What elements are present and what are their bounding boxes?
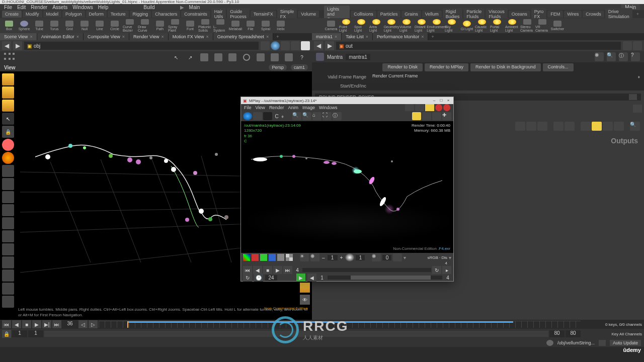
camera-selector[interactable]: cam1	[291, 64, 308, 70]
rgb-icon[interactable]	[243, 254, 250, 261]
wire-icon[interactable]	[281, 41, 290, 50]
shelf-tab[interactable]: Oceans	[509, 11, 530, 18]
main-take-label[interactable]: Main	[189, 5, 200, 10]
smooth-icon[interactable]	[301, 41, 310, 50]
tool-spray-paint[interactable]: Spray Paint	[168, 19, 182, 32]
range-end-field[interactable]: 80	[566, 330, 581, 337]
stop-icon[interactable]: ■	[22, 320, 31, 328]
first-frame-icon[interactable]: ⏮	[2, 320, 11, 328]
pin-icon[interactable]	[261, 41, 270, 50]
gear-icon[interactable]: ❋	[595, 52, 604, 61]
tool-spiral[interactable]: Spiral	[259, 19, 273, 32]
tool-point-light[interactable]: Point Light	[339, 19, 353, 32]
auto-update-button[interactable]: Auto Update	[610, 340, 641, 346]
tool-volume-light[interactable]: Volume Light	[399, 19, 414, 32]
eye-icon[interactable]: 👁	[300, 295, 310, 305]
tool-portal-light[interactable]: Portal Light	[490, 19, 504, 32]
contrast-field[interactable]: 1	[356, 255, 365, 260]
exposure-field[interactable]: 0	[382, 255, 391, 260]
pane-tab[interactable]: Geometry Spreadsheet×	[213, 33, 273, 40]
pin-icon[interactable]	[629, 94, 637, 100]
contrast-icon[interactable]	[345, 253, 354, 261]
pane-tab[interactable]: Take List×	[342, 33, 373, 40]
gamma-icon[interactable]: ❋	[310, 253, 319, 261]
menu-assets[interactable]: Assets	[52, 5, 67, 10]
checker-icon[interactable]	[286, 254, 293, 261]
tool-file[interactable]: File	[244, 19, 258, 32]
fps-field[interactable]: 24	[265, 275, 277, 281]
menu-icon[interactable]: ▸	[442, 266, 451, 274]
pane-tab[interactable]: Performance Monitor×	[373, 33, 428, 40]
grid-icon[interactable]	[553, 122, 564, 131]
search-icon[interactable]: 🔍	[630, 122, 640, 131]
shelf-tab[interactable]: Characters	[152, 11, 180, 18]
shelf-tab[interactable]: Model	[43, 11, 62, 18]
tool-box[interactable]: Box	[2, 19, 16, 32]
search-icon[interactable]: 🔍	[607, 52, 616, 61]
menu-windows[interactable]: Windows	[72, 5, 93, 10]
display-mode-icon[interactable]	[300, 283, 310, 293]
tool-spot-light[interactable]: Spot Light	[354, 19, 368, 32]
tool-ambient-light[interactable]: Ambient Light	[505, 19, 519, 32]
nav-fwd-icon[interactable]: ▶	[13, 41, 22, 50]
colorspace-label[interactable]: sRGB · Dis	[427, 255, 447, 260]
pane-tab[interactable]: Render View×	[129, 33, 169, 40]
mplay-menu-view[interactable]: View	[256, 105, 265, 110]
node-name-field[interactable]: mantra1	[346, 54, 370, 60]
ghost-icon[interactable]	[291, 41, 300, 50]
pane-tab[interactable]: Composite View×	[84, 33, 129, 40]
channels-label[interactable]: Key All Channels	[582, 332, 642, 336]
fit-icon[interactable]: ⛶	[323, 112, 332, 120]
mplay-titlebar[interactable]: ▣ MPlay - /out/mantra1(raytrace)-23:14* …	[241, 97, 453, 104]
channels-icon[interactable]	[243, 112, 252, 120]
grid2-icon[interactable]	[565, 122, 575, 131]
pin-icon[interactable]	[623, 41, 632, 50]
range-in-icon[interactable]: ▶	[296, 274, 305, 282]
range-start-field[interactable]: 1	[12, 330, 27, 337]
shelf-tab[interactable]: Particles	[377, 11, 401, 18]
shelf-tab[interactable]: Polygon	[62, 11, 85, 18]
shelf-tab[interactable]: Texture	[108, 11, 129, 18]
pin-icon[interactable]	[283, 52, 295, 62]
prev-icon[interactable]: ◀	[253, 266, 262, 274]
bookmark-icon[interactable]	[581, 122, 591, 131]
tool-font[interactable]: Font	[183, 19, 197, 32]
layout-icon[interactable]	[4, 53, 16, 62]
layers-icon[interactable]	[253, 112, 262, 120]
shelf-tab[interactable]: Crowds	[583, 11, 604, 18]
nav-path-field[interactable]: ▣out	[336, 42, 621, 50]
tool-sphere[interactable]: Sphere	[17, 19, 31, 32]
shelf-tab[interactable]: Vellum	[422, 11, 442, 18]
image-icon[interactable]	[603, 122, 613, 131]
close-icon[interactable]: ×	[266, 34, 269, 39]
prev-frame-icon[interactable]: ◀	[12, 320, 21, 328]
menu-render[interactable]: Render	[31, 5, 47, 10]
menu-icon[interactable]	[633, 41, 642, 50]
sun-icon[interactable]	[425, 104, 434, 111]
realtime-icon[interactable]: ↻	[243, 274, 252, 282]
tool-grid[interactable]: Grid	[62, 19, 76, 32]
layout-grid-icon[interactable]	[422, 112, 431, 120]
pane-tab-mantra[interactable]: mantra1×	[312, 33, 342, 40]
loop-icon[interactable]: ↻	[432, 266, 441, 274]
current-frame-field[interactable]: 36	[62, 321, 77, 328]
shelf-tab[interactable]: TerrainFX	[251, 11, 276, 18]
tool-circle[interactable]: Circle	[108, 19, 122, 32]
nav-path-field[interactable]: ▣obj	[24, 42, 259, 50]
layout-4x-icon[interactable]	[432, 112, 441, 120]
controls-button[interactable]: Controls...	[543, 63, 574, 71]
close-icon[interactable]: ×	[335, 34, 337, 39]
tool-curve-bezier[interactable]: Curve Bezier	[123, 19, 137, 32]
desktop-selector[interactable]: Build	[143, 5, 154, 10]
cursor-tool-icon[interactable]: ↖	[170, 52, 182, 62]
menu-help[interactable]: Help	[98, 5, 109, 10]
mplay-menu-image[interactable]: Image	[302, 105, 315, 110]
gamma-field[interactable]: 1	[328, 255, 338, 260]
stop-record-icon[interactable]	[443, 104, 450, 111]
tool-draw-curve[interactable]: Draw Curve	[138, 19, 152, 32]
wrench-icon[interactable]	[515, 122, 525, 131]
menu-file[interactable]: File	[4, 5, 12, 10]
shelf-tab[interactable]: Rigging	[130, 11, 151, 18]
circle-icon[interactable]	[240, 52, 253, 62]
clock-icon[interactable]: 🕐	[254, 274, 263, 282]
